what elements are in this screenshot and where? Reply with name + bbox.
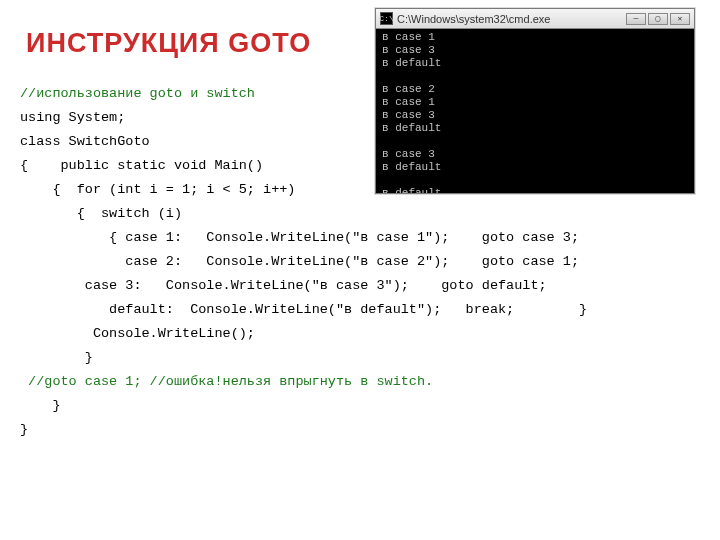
code-line: } <box>20 398 61 413</box>
code-line: using System; <box>20 110 125 125</box>
code-line: } <box>20 422 28 437</box>
close-button[interactable]: ✕ <box>670 13 690 25</box>
code-line: { case 1: Console.WriteLine("в case 1");… <box>20 230 579 245</box>
maximize-button[interactable]: ▢ <box>648 13 668 25</box>
console-output: в case 1 в case 3 в default в case 2 в c… <box>376 29 694 194</box>
code-comment: //использование goto и switch <box>20 86 255 101</box>
console-window: C:\ C:\Windows\system32\cmd.exe ─ ▢ ✕ в … <box>375 8 695 194</box>
code-line: class SwitchGoto <box>20 134 150 149</box>
window-buttons: ─ ▢ ✕ <box>626 13 690 25</box>
code-comment: //goto case 1; //ошибка!нельзя впрыгнуть… <box>20 374 433 389</box>
code-line: { public static void Main() <box>20 158 263 173</box>
cmd-icon: C:\ <box>380 12 393 25</box>
minimize-button[interactable]: ─ <box>626 13 646 25</box>
code-line: { for (int i = 1; i < 5; i++) <box>20 182 295 197</box>
code-line: { switch (i) <box>20 206 182 221</box>
code-line: default: Console.WriteLine("в default");… <box>20 302 587 317</box>
window-titlebar: C:\ C:\Windows\system32\cmd.exe ─ ▢ ✕ <box>376 9 694 29</box>
slide-title: ИНСТРУКЦИЯ GOTO <box>26 28 311 59</box>
code-line: case 2: Console.WriteLine("в case 2"); g… <box>20 254 579 269</box>
slide: ИНСТРУКЦИЯ GOTO //использование goto и s… <box>0 0 720 540</box>
code-line: } <box>20 350 93 365</box>
window-title: C:\Windows\system32\cmd.exe <box>397 13 626 25</box>
code-line: case 3: Console.WriteLine("в case 3"); g… <box>20 278 547 293</box>
code-line: Console.WriteLine(); <box>20 326 255 341</box>
